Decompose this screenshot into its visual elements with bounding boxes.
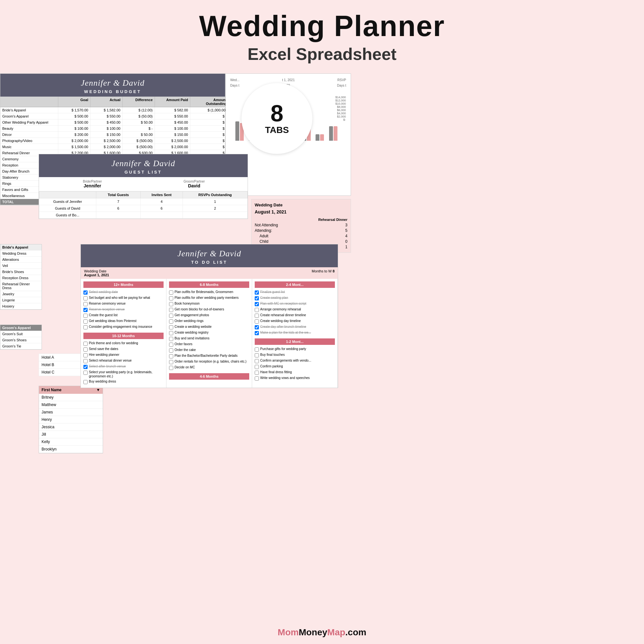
guest-henry: Henry — [39, 416, 103, 423]
guest-britney: Britney — [39, 394, 103, 401]
apparel-lingerie: Lingerie — [0, 297, 42, 303]
hotel-c: Hotel C — [39, 369, 83, 376]
todo-favors: Order favors — [169, 342, 249, 347]
guest-group-both: Guests of Bo... — [39, 212, 96, 219]
apparel-tie: Groom's Tie — [0, 343, 42, 349]
guest-sheet-title: GUEST LIST — [39, 170, 248, 175]
guest-couple-name: Jennifer & David — [39, 159, 248, 168]
col-goal: Goal — [58, 97, 90, 107]
todo-col-2-4: 2-4 Mont... Finalize guest list Create s… — [252, 279, 338, 388]
table-row: Beauty$ 100.00$ 100.00$ -$ 100.00$ - — [0, 126, 225, 132]
todo-col-12plus: 12+ Months Select wedding date Set budge… — [81, 279, 166, 388]
brides-apparel-label: Bride's Apparel — [0, 244, 42, 251]
bride-partner-col: Bride/Partner Jennifer — [42, 180, 143, 188]
apparel-rehearsal-dress: Rehearsal Dinner Dress — [0, 281, 42, 291]
todo-rehearsal-venue: Select rehearsal dinner venue — [83, 358, 164, 363]
adult-label: Adult — [260, 234, 268, 238]
guest-group-jennifer: Guests of Jennifer — [39, 198, 96, 205]
todo-col-header-12plus: 12+ Months — [83, 281, 164, 288]
apparel-wedding-dress: Wedding Dress — [0, 251, 42, 257]
todo-hire-planner: Hire wedding planner — [83, 353, 164, 357]
table-row: Décor$ 200.00$ 150.00$ 50.00$ 150.00$ - — [0, 132, 225, 138]
not-attending-value: 3 — [345, 223, 347, 227]
todo-col-header-2-4: 2-4 Mont... — [255, 281, 335, 288]
first-name-col: First Name — [42, 388, 62, 392]
rehearsal-label: Rehearsal Dinner — [255, 218, 347, 222]
todo-outfits-party: Plan outfits for other wedding party mem… — [169, 296, 249, 300]
guest-group-david: Guests of David — [39, 205, 96, 212]
todo-date-bar: Wedding Date August 1, 2021 Months to W … — [81, 267, 338, 279]
todo-date-info: Wedding Date August 1, 2021 — [84, 269, 109, 277]
todo-select-date: Select wedding date — [83, 290, 164, 295]
page-subtitle: Excel Spreadsheet — [0, 44, 644, 64]
apparel-jewelry: Jewelry — [0, 291, 42, 297]
todo-reserve-ceremony: Reserve ceremony venue — [83, 301, 164, 306]
todo-mc-script: Plan with MC on reception script — [255, 301, 335, 306]
table-row: Guests of Bo... — [39, 212, 248, 219]
groom-partner-col: Groom/Partner David — [143, 180, 245, 188]
todo-wedding-website: Create a wedding website — [169, 325, 249, 329]
todo-pinterest: Get wedding ideas from Pinterest — [83, 319, 164, 324]
rsvps-both — [183, 212, 247, 219]
adult-row: Adult 4 — [255, 234, 347, 238]
todo-create-guestlist: Create the guest list — [83, 313, 164, 318]
footer: MomMoneyMap.com — [0, 627, 644, 638]
tabs-badge: 8 TABS — [241, 83, 312, 154]
todo-outfits-bridesmaids: Plan outfits for Bridesmaids, Groomsmen — [169, 290, 249, 295]
todo-date-label: Wedding Date — [84, 269, 107, 273]
todo-engagement-photos: Get engagement photos — [169, 313, 249, 318]
rsvps-jennifer: 1 — [183, 198, 247, 205]
hotel-a: Hotel A — [39, 354, 83, 361]
apparel-reception-dress: Reception Dress — [0, 275, 42, 281]
budget-col-headers: Goal Actual Difference Amount Paid Amoun… — [0, 97, 225, 107]
todo-theme: Pick theme and colors for wedding — [83, 341, 164, 346]
table-row: Bride's Apparel$ 1,570.00$ 1,582.00$ (12… — [0, 107, 225, 113]
todo-dress-fitting: Have final dress fitting — [255, 370, 335, 375]
todo-ring-insurance: Consider getting engagement ring insuran… — [83, 325, 164, 329]
todo-cake: Order the cake — [169, 348, 249, 353]
adult-value: 4 — [345, 234, 347, 238]
apparel-hosiery: Hosiery — [0, 303, 42, 309]
invites-both — [140, 212, 183, 219]
guest-list-sheet: Jennifer & David GUEST LIST Bride/Partne… — [39, 154, 248, 219]
groom-partner-label: Groom/Partner — [143, 180, 245, 183]
not-attending-row: Not Attending 3 — [255, 223, 347, 227]
child-value: 0 — [345, 239, 347, 244]
col-rsvps: RSVPs Outstanding — [183, 192, 247, 198]
table-row: Photography/Video$ 2,000.00$ 2,500.00$ (… — [0, 138, 225, 144]
todo-months-info: Months to W 8 — [312, 269, 335, 277]
hotel-b: Hotel B — [39, 361, 83, 369]
budget-header: Jennifer & David WEDDING BUDGET — [0, 74, 225, 97]
todo-months-label: Months to W — [312, 269, 332, 273]
guest-matthew: Matthew — [39, 401, 103, 409]
guest-brooklyn: Brooklyn — [39, 446, 103, 453]
footer-mom: Mom — [278, 627, 298, 637]
todo-room-blocks: Get room blocks for out-of-towners — [169, 307, 249, 312]
todo-col-header-10-12: 10-12 Months — [83, 333, 164, 339]
footer-domain: .com — [345, 627, 366, 637]
footer-map: Map — [327, 627, 345, 637]
guest-james: James — [39, 409, 103, 416]
dropdown-icon[interactable]: ▼ — [96, 388, 100, 392]
budget-sheet-title: WEDDING BUDGET — [0, 89, 225, 94]
hotels-section: Hotel A Hotel B Hotel C — [39, 354, 84, 376]
todo-final-touches: Buy final touches — [255, 353, 335, 357]
tabs-number: 8 — [270, 102, 283, 125]
todo-wedding-party: Select your wedding party (e.g. bridesma… — [83, 370, 164, 378]
todo-sheet-title: TO DO LIST — [81, 260, 338, 265]
table-row: Guests of Jennifer 7 4 1 — [39, 198, 248, 205]
rsvps-david: 2 — [183, 205, 247, 212]
todo-col-header-6-8: 6-8 Months — [169, 281, 249, 288]
apparel-alterations: Alterations — [0, 257, 42, 263]
tabs-label: TABS — [265, 125, 289, 135]
todo-seating-plan: Create seating plan — [255, 296, 335, 300]
todo-date: August 1, 2021 — [84, 273, 109, 277]
baby-value: 1 — [345, 245, 347, 249]
wedding-date: August 1, 2021 — [255, 209, 347, 214]
todo-wedding-timeline: Create wedding day timeline — [255, 319, 335, 324]
total-both — [96, 212, 140, 219]
todo-set-budget: Set budget and who will be paying for wh… — [83, 296, 164, 300]
todo-header: Jennifer & David TO DO LIST — [81, 244, 338, 267]
todo-invitations: Buy and send invitations — [169, 336, 249, 341]
guest-kelly: Kelly — [39, 438, 103, 446]
